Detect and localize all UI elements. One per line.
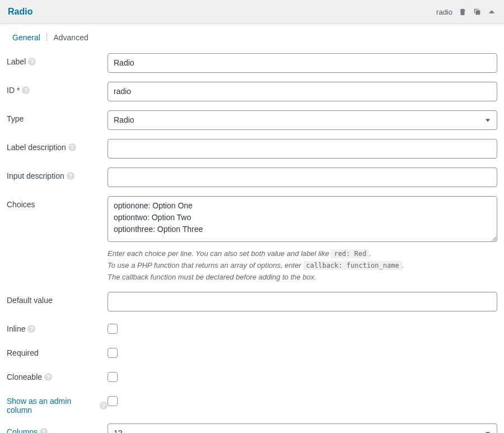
default-value-input[interactable] [108,292,497,311]
cloneable-checkbox[interactable] [108,372,118,382]
choices-textarea[interactable] [108,196,497,242]
field-row-id: ID* ? [7,82,497,101]
label-admin-column[interactable]: Show as an admin column ? [7,393,108,415]
panel-type-text: radio [436,8,452,16]
help-icon[interactable]: ? [67,172,74,180]
panel-header: Radio radio [0,0,504,24]
label-default-value: Default value [7,292,108,305]
field-row-input-description: Input description ? [7,167,497,187]
label-inline: Inline ? [7,320,108,333]
label-columns[interactable]: Columns ? [7,423,108,433]
field-row-default-value: Default value [7,292,497,311]
label-label: Label ? [7,53,108,66]
field-row-required: Required [7,344,497,360]
duplicate-icon[interactable] [473,7,482,16]
help-icon[interactable]: ? [40,428,48,433]
label-input-description: Input description ? [7,167,108,180]
form-panel: Label ? ID* ? Type Radio Label descripti… [0,46,504,433]
choices-hint: Enter each choice per line. You can also… [108,248,497,283]
label-required: Required [7,344,108,357]
admin-column-checkbox[interactable] [108,396,118,406]
inline-checkbox[interactable] [108,324,118,334]
tab-general[interactable]: General [7,32,46,43]
tabs: General | Advanced [0,24,504,46]
id-input[interactable] [108,82,497,101]
field-row-cloneable: Cloneable ? [7,369,497,384]
collapse-icon[interactable] [487,7,496,16]
label-choices: Choices [7,196,108,209]
help-icon[interactable]: ? [44,373,52,381]
field-row-choices: Choices Enter each choice per line. You … [7,196,497,283]
label-label-description: Label description ? [7,139,108,152]
label-input[interactable] [108,53,497,73]
delete-icon[interactable] [458,7,467,16]
field-row-inline: Inline ? [7,320,497,336]
columns-select[interactable]: 12 [108,423,497,433]
help-icon[interactable]: ? [27,325,35,333]
label-id: ID* ? [7,82,108,95]
help-icon[interactable]: ? [68,143,76,151]
tab-advanced[interactable]: Advanced [48,32,94,43]
field-row-type: Type Radio [7,110,497,130]
help-icon[interactable]: ? [28,58,36,66]
label-type: Type [7,110,108,123]
panel-actions: radio [436,7,496,16]
type-select[interactable]: Radio [108,110,497,130]
field-row-admin-column: Show as an admin column ? [7,393,497,415]
field-row-label-description: Label description ? [7,139,497,159]
input-description-input[interactable] [108,167,497,187]
field-row-label: Label ? [7,53,497,73]
label-description-input[interactable] [108,139,497,159]
help-icon[interactable]: ? [22,86,30,94]
field-row-columns: Columns ? 12 [7,423,497,433]
label-cloneable: Cloneable ? [7,369,108,381]
panel-title: Radio [8,7,32,17]
help-icon[interactable]: ? [100,402,108,409]
required-checkbox[interactable] [108,348,118,358]
